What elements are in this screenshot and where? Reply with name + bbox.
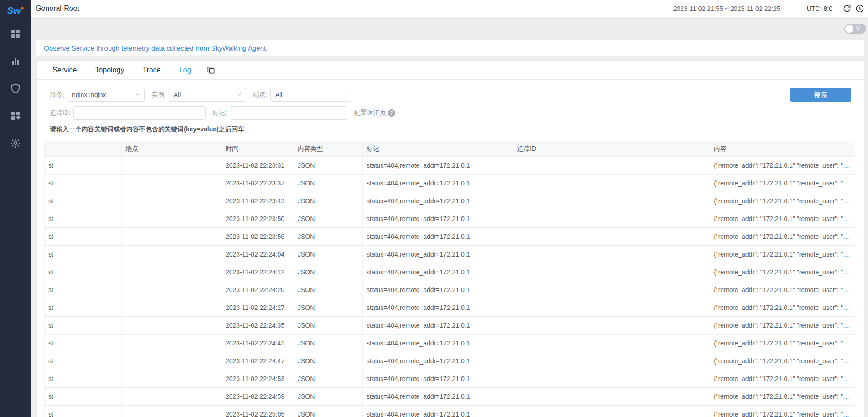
table-row[interactable]: st2023-11-02 22:23:50JSONstatus=404,remo…: [45, 210, 855, 228]
table-row[interactable]: st2023-11-02 22:23:31JSONstatus=404,remo…: [45, 157, 855, 175]
table-row[interactable]: st2023-11-02 22:23:56JSONstatus=404,remo…: [45, 228, 855, 246]
endpoint-input[interactable]: [270, 88, 351, 102]
table-row[interactable]: st2023-11-02 22:24:35JSONstatus=404,remo…: [45, 317, 855, 335]
column-header: [45, 141, 122, 157]
table-cell: [122, 299, 222, 317]
table-cell: [513, 352, 710, 370]
table-row[interactable]: st2023-11-02 22:24:53JSONstatus=404,remo…: [45, 370, 855, 388]
table-row[interactable]: st2023-11-02 22:24:04JSONstatus=404,remo…: [45, 246, 855, 263]
table-cell: [122, 157, 222, 175]
skywalking-logo[interactable]: Sw●: [7, 0, 24, 21]
table-cell: status=404,remote_addr=172.21.0.1: [363, 157, 513, 175]
table-cell: status=404,remote_addr=172.21.0.1: [363, 210, 513, 228]
search-hint-text: 请输入一个内容关键词或者内容不包含的关键词(key=value)之后回车: [50, 124, 864, 141]
sidebar-item-dashboard[interactable]: [0, 21, 31, 48]
table-row[interactable]: st2023-11-02 22:24:27JSONstatus=404,remo…: [45, 299, 855, 317]
refresh-icon[interactable]: [842, 4, 852, 13]
app-root: Sw● General-Root 2023-11-02 21:55 ~ 2023…: [0, 0, 868, 417]
table-cell: [513, 406, 710, 417]
tag-input[interactable]: [230, 106, 347, 120]
config-vocabulary-link[interactable]: 配置词汇页 ?: [354, 109, 395, 117]
time-range-selector[interactable]: 2023-11-02 21:55 ~ 2023-11-02 22:25: [673, 5, 780, 12]
table-row[interactable]: st2023-11-02 22:24:20JSONstatus=404,remo…: [45, 281, 855, 299]
table-cell: st: [45, 263, 122, 281]
table-cell: status=404,remote_addr=172.21.0.1: [363, 335, 513, 352]
table-cell: 2023-11-02 22:23:43: [222, 192, 294, 210]
table-cell: JSON: [294, 210, 363, 228]
table-cell: 2023-11-02 22:24:35: [222, 317, 294, 335]
table-cell: [513, 335, 710, 352]
table-row[interactable]: st2023-11-02 22:25:05JSONstatus=404,remo…: [45, 406, 855, 417]
service-select[interactable]: nginx::nginx: [67, 88, 145, 102]
page-title: General-Root: [36, 5, 79, 13]
table-row[interactable]: st2023-11-02 22:24:12JSONstatus=404,remo…: [45, 263, 855, 281]
table-cell: status=404,remote_addr=172.21.0.1: [363, 299, 513, 317]
tab-trace[interactable]: Trace: [133, 61, 170, 79]
copy-icon[interactable]: [207, 66, 216, 75]
trace-id-input[interactable]: [73, 106, 206, 120]
tab-service[interactable]: Service: [43, 61, 86, 79]
table-cell: [513, 210, 710, 228]
column-header: 追踪ID: [513, 141, 710, 157]
toggle-switch[interactable]: V: [844, 24, 866, 34]
table-cell: 2023-11-02 22:23:31: [222, 157, 294, 175]
table-cell: [513, 228, 710, 246]
table-row[interactable]: st2023-11-02 22:24:47JSONstatus=404,remo…: [45, 352, 855, 370]
table-row[interactable]: st2023-11-02 22:24:41JSONstatus=404,remo…: [45, 335, 855, 352]
table-cell: [513, 299, 710, 317]
table-cell: [122, 335, 222, 352]
table-cell: st: [45, 317, 122, 335]
table-cell: JSON: [294, 175, 363, 192]
table-cell: status=404,remote_addr=172.21.0.1: [363, 246, 513, 263]
main-area: General-Root 2023-11-02 21:55 ~ 2023-11-…: [31, 0, 868, 417]
table-cell: {"remote_addr": "172.21.0.1","remote_use…: [710, 175, 855, 192]
table-cell: [122, 406, 222, 417]
table-cell: [513, 192, 710, 210]
search-button[interactable]: 搜索: [790, 88, 851, 102]
column-header: 时间: [222, 141, 294, 157]
log-table-header: 端点时间内容类型标记追踪ID内容: [45, 141, 855, 157]
table-cell: JSON: [294, 406, 363, 417]
trace-id-label: 追踪ID:: [50, 109, 71, 117]
table-cell: JSON: [294, 228, 363, 246]
sidebar-item-charts[interactable]: [0, 48, 31, 76]
table-cell: [513, 157, 710, 175]
config-link-text: 配置词汇页: [354, 109, 386, 117]
table-cell: [513, 246, 710, 263]
table-cell: st: [45, 157, 122, 175]
table-cell: {"remote_addr": "172.21.0.1","remote_use…: [710, 299, 855, 317]
chevron-down-icon: [237, 91, 242, 99]
clock-icon[interactable]: [855, 4, 864, 13]
filter-section: 服务: nginx::nginx 实例: All 端点: 追踪ID:: [37, 80, 864, 141]
tag-label: 标记:: [212, 109, 227, 117]
table-cell: status=404,remote_addr=172.21.0.1: [363, 352, 513, 370]
table-cell: [122, 388, 222, 406]
table-cell: {"remote_addr": "172.21.0.1","remote_use…: [710, 210, 855, 228]
table-row[interactable]: st2023-11-02 22:23:43JSONstatus=404,remo…: [45, 192, 855, 210]
table-cell: {"remote_addr": "172.21.0.1","remote_use…: [710, 317, 855, 335]
table-row[interactable]: st2023-11-02 22:24:59JSONstatus=404,remo…: [45, 388, 855, 406]
table-cell: [122, 352, 222, 370]
sidebar-item-settings[interactable]: [0, 130, 31, 158]
table-cell: {"remote_addr": "172.21.0.1","remote_use…: [710, 192, 855, 210]
table-cell: {"remote_addr": "172.21.0.1","remote_use…: [710, 263, 855, 281]
sidebar-item-security[interactable]: [0, 76, 31, 103]
service-label: 服务:: [50, 91, 64, 99]
table-row[interactable]: st2023-11-02 22:23:37JSONstatus=404,remo…: [45, 175, 855, 192]
table-cell: JSON: [294, 352, 363, 370]
column-header: 内容: [710, 141, 855, 157]
sidebar-item-components[interactable]: [0, 103, 31, 130]
table-cell: 2023-11-02 22:24:27: [222, 299, 294, 317]
column-header: 标记: [363, 141, 513, 157]
table-cell: {"remote_addr": "172.21.0.1","remote_use…: [710, 406, 855, 417]
tab-topology[interactable]: Topology: [86, 61, 133, 79]
tab-log[interactable]: Log: [170, 61, 201, 79]
instance-select[interactable]: All: [169, 88, 246, 102]
table-cell: JSON: [294, 335, 363, 352]
table-cell: st: [45, 406, 122, 417]
table-cell: {"remote_addr": "172.21.0.1","remote_use…: [710, 388, 855, 406]
table-cell: st: [45, 388, 122, 406]
table-cell: 2023-11-02 22:23:56: [222, 228, 294, 246]
table-cell: JSON: [294, 299, 363, 317]
table-cell: [122, 263, 222, 281]
